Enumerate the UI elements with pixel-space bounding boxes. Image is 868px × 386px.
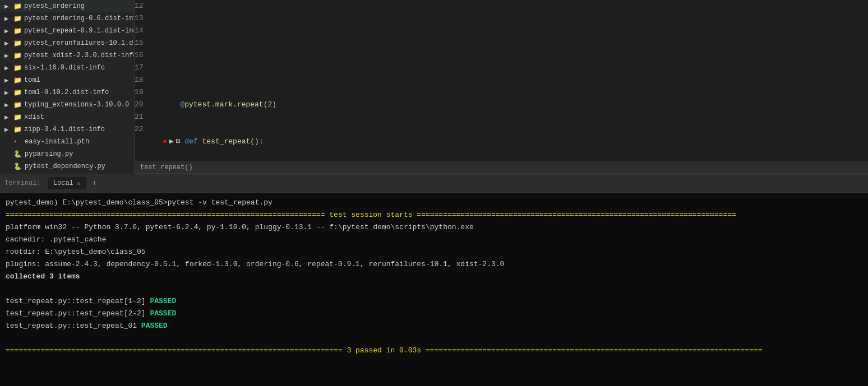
line-num-15: 15 [135, 37, 153, 49]
sidebar-item-label: pytest_rerunfailures-10.1.d [24, 39, 133, 47]
collapse-arrow: ▶ [4, 52, 13, 60]
terminal-line-empty2 [6, 332, 862, 345]
terminal-command: pytest_demo) E:\pytest_demo\class_05>pyt… [6, 197, 273, 209]
terminal-cachedir: cachedir: .pytest_cache [6, 234, 106, 246]
line-num-20: 20 [135, 99, 153, 111]
line-num-21: 21 [135, 111, 153, 123]
decorator-name: pytest.mark.repeat [184, 99, 263, 111]
collapse-arrow: ▶ [4, 101, 13, 109]
line-numbers: 12 13 14 15 16 17 18 19 20 21 22 [135, 0, 157, 161]
code-line-15: ● ▶ ⊟ def test_repeat(): [163, 136, 868, 148]
sidebar-item-label: toml-0.10.2.dist-info [24, 89, 109, 96]
terminal-line-plugins: plugins: assume-2.4.3, dependency-0.5.1,… [6, 258, 862, 271]
sidebar-item-label: pyparsing.py [25, 150, 73, 158]
terminal-separator-2: ========================================… [6, 345, 763, 357]
sidebar-item-label: pytest_xdist-2.3.0.dist-info [24, 52, 135, 59]
gutter-space [163, 99, 176, 111]
py-file-icon: 🐍 [13, 150, 22, 159]
terminal-line-rootdir: rootdir: E:\pytest_demo\class_05 [6, 246, 862, 258]
terminal-line-test1: test_repeat.py::test_repeat[1-2] PASSED [6, 295, 862, 308]
folder-icon: 📁 [13, 64, 22, 72]
paren: (): [250, 136, 263, 148]
sidebar-item-easy-install[interactable]: ▶ ▪ easy-install.pth [0, 136, 134, 148]
terminal-line-test3: test_repeat.py::test_repeat_01 PASSED [6, 320, 862, 332]
terminal-collected: collected 3 items [6, 271, 80, 283]
sidebar-item-typing[interactable]: ▶ 📁 typing_extensions-3.10.0.0 [0, 99, 134, 111]
folder-icon: 📁 [13, 101, 22, 109]
func-name: test_repeat [202, 136, 250, 148]
terminal-line-sep1: ========================================… [6, 209, 862, 221]
breadcrumb: test_repeat() [135, 161, 868, 174]
folder-icon: 📁 [13, 2, 22, 11]
line-num-14: 14 [135, 25, 153, 37]
terminal-tab-local[interactable]: Local ✕ [48, 177, 86, 189]
terminal-tab-close[interactable]: ✕ [77, 180, 81, 187]
terminal-line-cachedir: cachedir: .pytest_cache [6, 234, 862, 246]
line-num-17: 17 [135, 62, 153, 74]
decorator-at: @ [180, 99, 184, 111]
collapse-arrow: ▶ [4, 27, 13, 35]
add-label: + [92, 179, 96, 188]
sidebar-item-label: six-1.16.0.dist-info [24, 64, 105, 72]
line-num-16: 16 [135, 49, 153, 62]
sidebar-item-label: typing_extensions-3.10.0.0 [24, 101, 129, 109]
paren-close: ) [272, 99, 276, 111]
breakpoint-icon: ● [163, 136, 167, 148]
breadcrumb-text: test_repeat() [140, 164, 193, 171]
code-content: 12 13 14 15 16 17 18 19 20 21 22 [135, 0, 868, 161]
main-container: ▶ 📁 pytest_ordering ▶ 📁 pytest_ordering-… [0, 0, 868, 386]
func-collapse: ⊟ [176, 136, 181, 148]
terminal-separator-1: ========================================… [6, 209, 736, 221]
collapse-arrow: ▶ [4, 15, 13, 23]
sidebar-item-toml[interactable]: ▶ 📁 toml [0, 74, 134, 86]
terminal-line-test2: test_repeat.py::test_repeat[2-2] PASSED [6, 308, 862, 320]
sidebar-item-six[interactable]: ▶ 📁 six-1.16.0.dist-info [0, 62, 134, 74]
terminal-test2-name: test_repeat.py::test_repeat[2-2] [6, 308, 146, 320]
line-num-18: 18 [135, 74, 153, 86]
terminal-tabs-bar: Terminal: Local ✕ + [0, 174, 868, 193]
sidebar-item-xdist[interactable]: ▶ 📁 xdist [0, 111, 134, 123]
sidebar-item-pytest-rerun[interactable]: ▶ 📁 pytest_rerunfailures-10.1.d [0, 37, 134, 49]
line-num-19: 19 [135, 86, 153, 99]
collapse-arrow: ▶ [4, 89, 13, 97]
sidebar-item-pytest-xdist[interactable]: ▶ 📁 pytest_xdist-2.3.0.dist-info [0, 49, 134, 62]
py-file-icon: 🐍 [13, 162, 22, 171]
terminal-line-platform: platform win32 -- Python 3.7.0, pytest-6… [6, 221, 862, 234]
terminal-platform: platform win32 -- Python 3.7.0, pytest-6… [6, 221, 474, 234]
pth-file-icon: ▪ [13, 138, 22, 146]
code-lines-area: @pytest.mark.repeat(2) ● ▶ ⊟ def test_re… [157, 0, 868, 161]
terminal-test3-name: test_repeat.py::test_repeat_01 [6, 320, 137, 332]
terminal-add-button[interactable]: + [88, 177, 100, 189]
folder-icon: 📁 [13, 52, 22, 60]
repeat-num: 2 [267, 99, 272, 111]
sidebar-item-pytest-ordering-dist[interactable]: ▶ 📁 pytest_ordering-0.6.dist-inf [0, 12, 134, 25]
collapse-arrow: ▶ [4, 113, 13, 122]
sidebar-item-label: pytest_ordering-0.6.dist-inf [24, 15, 135, 22]
sidebar-item-pytest-ordering[interactable]: ▶ 📁 pytest_ordering [0, 0, 134, 12]
collapse-arrow: ▶ [4, 64, 13, 72]
folder-icon: 📁 [13, 76, 22, 85]
code-line-12 [163, 25, 868, 37]
folder-icon: 📁 [13, 89, 22, 97]
sidebar-item-toml-dist[interactable]: ▶ 📁 toml-0.10.2.dist-info [0, 86, 134, 99]
terminal-test3-status: PASSED [141, 320, 168, 332]
code-editor: 12 13 14 15 16 17 18 19 20 21 22 [135, 0, 868, 174]
sidebar-item-pytest-dependency[interactable]: ▶ 🐍 pytest_dependency.py [0, 160, 134, 173]
sidebar-item-label: toml [24, 76, 40, 84]
folder-icon: 📁 [13, 15, 22, 23]
sidebar-item-zipp[interactable]: ▶ 📁 zipp-3.4.1.dist-info [0, 123, 134, 136]
code-line-13 [163, 62, 868, 74]
terminal-line-cmd: pytest_demo) E:\pytest_demo\class_05>pyt… [6, 197, 862, 209]
run-arrow-icon: ▶ [169, 136, 174, 148]
sidebar-item-label: pytest_repeat-0.9.1.dist-ind [24, 27, 135, 35]
terminal-test1-status: PASSED [150, 295, 176, 308]
file-tree: ▶ 📁 pytest_ordering ▶ 📁 pytest_ordering-… [0, 0, 135, 174]
sidebar-item-pytest-repeat-dist[interactable]: ▶ 📁 pytest_repeat-0.9.1.dist-ind [0, 25, 134, 37]
terminal-rootdir: rootdir: E:\pytest_demo\class_05 [6, 246, 146, 258]
sidebar-item-pyparsing[interactable]: ▶ 🐍 pyparsing.py [0, 148, 134, 160]
sidebar-item-label: pytest_dependency.py [25, 162, 105, 170]
terminal-tab-label: Local [53, 179, 73, 187]
terminal-plugins: plugins: assume-2.4.3, dependency-0.5.1,… [6, 258, 504, 271]
sidebar-item-label: zipp-3.4.1.dist-info [24, 125, 105, 133]
line-num-12: 12 [135, 0, 153, 12]
